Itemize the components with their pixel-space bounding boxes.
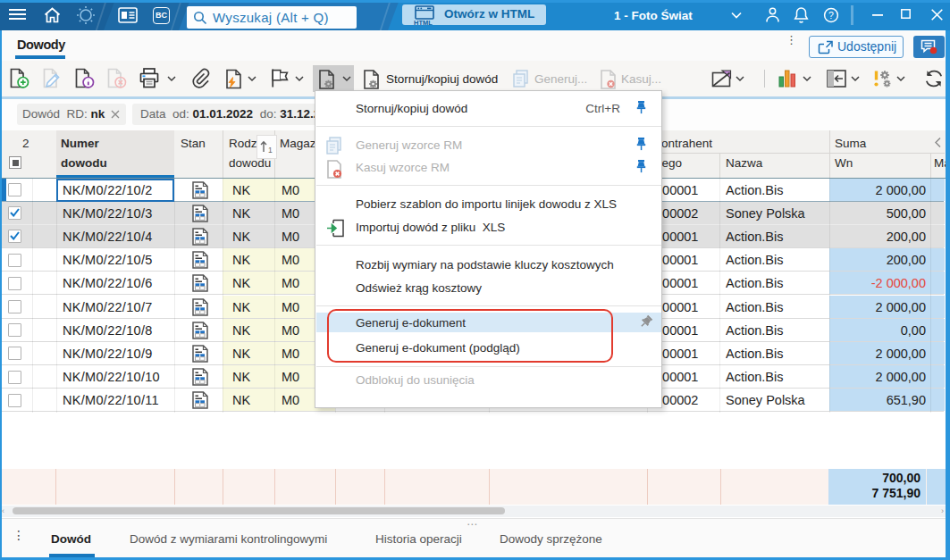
svg-text:1: 1 [268, 146, 273, 154]
svg-text:HTML: HTML [414, 18, 433, 25]
svg-text:?: ? [828, 10, 834, 21]
